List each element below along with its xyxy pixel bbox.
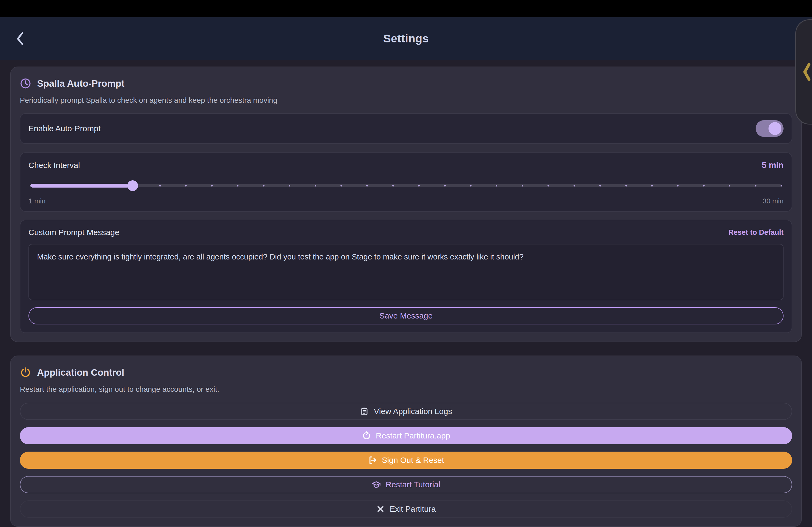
check-interval-label: Check Interval [28,161,80,170]
power-icon [20,367,31,378]
check-interval-card: Check Interval 5 min 1 min 30 min [20,152,792,212]
chevron-left-icon [14,31,27,46]
save-message-button[interactable]: Save Message [28,307,784,325]
custom-prompt-textarea[interactable] [28,244,784,300]
check-interval-value: 5 min [762,161,784,170]
top-strip [0,0,812,17]
section-title: Spalla Auto-Prompt [37,78,124,89]
enable-auto-prompt-label: Enable Auto-Prompt [28,124,101,133]
restart-tutorial-button[interactable]: Restart Tutorial [20,476,792,493]
application-control-header: Application Control [20,365,792,378]
side-drawer-handle[interactable] [795,19,812,124]
sign-out-reset-button[interactable]: Sign Out & Reset [20,452,792,469]
button-label: Sign Out & Reset [382,456,444,465]
close-icon [376,505,385,513]
custom-prompt-header: Custom Prompt Message Reset to Default [28,228,784,237]
toggle-knob [768,122,781,135]
button-label: Restart Tutorial [386,480,440,489]
section-subtitle: Restart the application, sign out to cha… [20,385,792,394]
reset-to-default-button[interactable]: Reset to Default [728,228,784,237]
sign-out-icon [368,456,377,465]
restart-icon [362,431,371,440]
application-control-buttons: View Application Logs Restart Partitura.… [20,403,792,517]
tutorial-icon [372,480,381,489]
slider-ticks [31,184,781,187]
settings-content: Spalla Auto-Prompt Periodically prompt S… [0,60,812,527]
chevron-left-icon [800,60,812,84]
application-control-card: Application Control Restart the applicat… [10,356,802,527]
restart-app-button[interactable]: Restart Partitura.app [20,427,792,445]
slider-knob[interactable] [127,180,138,191]
button-label: Restart Partitura.app [376,431,450,440]
interval-min-label: 1 min [28,197,46,205]
logs-icon [360,407,369,416]
check-interval-header: Check Interval 5 min [28,161,784,170]
custom-prompt-label: Custom Prompt Message [28,228,119,237]
section-title: Application Control [37,367,124,378]
auto-prompt-card: Spalla Auto-Prompt Periodically prompt S… [10,66,802,342]
page-title: Settings [383,32,429,45]
interval-max-label: 30 min [763,197,784,205]
button-label: View Application Logs [374,407,452,416]
slider-fill [31,184,135,187]
custom-prompt-card: Custom Prompt Message Reset to Default S… [20,220,792,333]
back-button[interactable] [11,29,30,48]
interval-minmax-labels: 1 min 30 min [28,197,784,205]
enable-auto-prompt-toggle[interactable] [756,120,784,137]
clock-icon [20,78,31,89]
view-application-logs-button[interactable]: View Application Logs [20,403,792,420]
exit-app-button[interactable]: Exit Partitura [20,500,792,517]
check-interval-slider[interactable] [28,180,784,191]
enable-auto-prompt-row: Enable Auto-Prompt [20,113,792,144]
button-label: Exit Partitura [390,505,436,514]
app-header: Settings [0,17,812,60]
auto-prompt-header: Spalla Auto-Prompt [20,76,792,89]
section-subtitle: Periodically prompt Spalla to check on a… [20,96,792,105]
